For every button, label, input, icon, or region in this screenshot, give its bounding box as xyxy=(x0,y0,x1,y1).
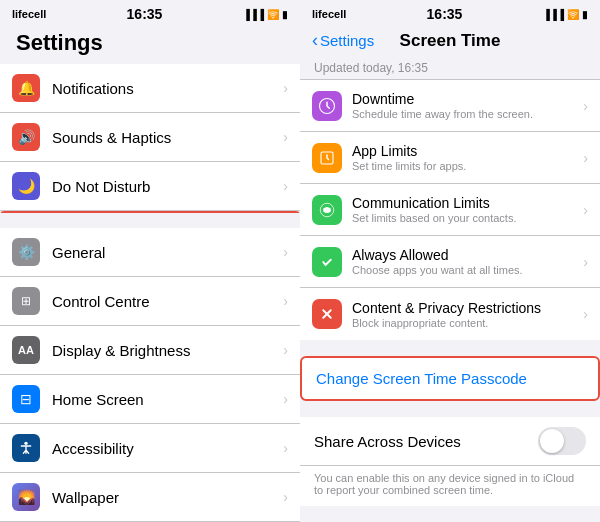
dnd-icon: 🌙 xyxy=(12,172,40,200)
contentprivacy-item[interactable]: Content & Privacy Restrictions Block ina… xyxy=(300,288,600,340)
right-wifi-icon: 🛜 xyxy=(567,9,579,20)
share-description: You can enable this on any device signed… xyxy=(300,466,600,506)
display-icon: AA xyxy=(12,336,40,364)
settings-item-sounds[interactable]: 🔊 Sounds & Haptics › xyxy=(0,113,300,162)
homescreen-icon: ⊟ xyxy=(12,385,40,413)
left-status-bar: lifecell 16:35 ▐▐▐ 🛜 ▮ xyxy=(0,0,300,26)
page-title: Settings xyxy=(0,26,300,64)
right-signal-icon: ▐▐▐ xyxy=(543,9,564,20)
left-carrier: lifecell xyxy=(12,8,46,20)
downtime-text: Downtime Schedule time away from the scr… xyxy=(352,91,583,120)
updated-bar: Updated today, 16:35 xyxy=(300,57,600,80)
notifications-chevron: › xyxy=(283,80,288,96)
settings-item-homescreen[interactable]: ⊟ Home Screen › xyxy=(0,375,300,424)
contentprivacy-subtitle: Block inappropriate content. xyxy=(352,317,583,329)
alwaysallowed-item[interactable]: Always Allowed Choose apps you want at a… xyxy=(300,236,600,288)
section-divider-1 xyxy=(0,213,300,228)
commlimits-title: Communication Limits xyxy=(352,195,583,211)
general-chevron: › xyxy=(283,244,288,260)
commlimits-chevron: › xyxy=(583,202,588,218)
left-time: 16:35 xyxy=(127,6,163,22)
settings-item-dnd[interactable]: 🌙 Do Not Disturb › xyxy=(0,162,300,211)
notifications-label: Notifications xyxy=(52,80,283,97)
settings-item-general[interactable]: ⚙️ General › xyxy=(0,228,300,277)
applimits-subtitle: Set time limits for apps. xyxy=(352,160,583,172)
back-label: Settings xyxy=(320,32,374,49)
screen-time-options-list: Downtime Schedule time away from the scr… xyxy=(300,80,600,340)
updated-text: Updated today, 16:35 xyxy=(314,61,428,75)
settings-item-display[interactable]: AA Display & Brightness › xyxy=(0,326,300,375)
share-devices-item[interactable]: Share Across Devices xyxy=(300,417,600,466)
downtime-chevron: › xyxy=(583,98,588,114)
applimits-icon xyxy=(312,143,342,173)
accessibility-icon xyxy=(12,434,40,462)
wallpaper-icon: 🌄 xyxy=(12,483,40,511)
contentprivacy-title: Content & Privacy Restrictions xyxy=(352,300,583,316)
commlimits-icon xyxy=(312,195,342,225)
applimits-title: App Limits xyxy=(352,143,583,159)
sounds-chevron: › xyxy=(283,129,288,145)
wallpaper-chevron: › xyxy=(283,489,288,505)
settings-item-wallpaper[interactable]: 🌄 Wallpaper › xyxy=(0,473,300,522)
homescreen-label: Home Screen xyxy=(52,391,283,408)
settings-item-control[interactable]: ⊞ Control Centre › xyxy=(0,277,300,326)
control-icon: ⊞ xyxy=(12,287,40,315)
accessibility-label: Accessibility xyxy=(52,440,283,457)
commlimits-item[interactable]: Communication Limits Set limits based on… xyxy=(300,184,600,236)
svg-point-7 xyxy=(320,255,334,269)
right-status-bar: lifecell 16:35 ▐▐▐ 🛜 ▮ xyxy=(300,0,600,26)
settings-item-notifications[interactable]: 🔔 Notifications › xyxy=(0,64,300,113)
display-label: Display & Brightness xyxy=(52,342,283,359)
display-chevron: › xyxy=(283,342,288,358)
contentprivacy-chevron: › xyxy=(583,306,588,322)
left-panel: lifecell 16:35 ▐▐▐ 🛜 ▮ Settings 🔔 Notifi… xyxy=(0,0,300,522)
right-scroll-area[interactable]: Updated today, 16:35 Downtime Schedule t… xyxy=(300,57,600,522)
screen-time-title: Screen Time xyxy=(400,31,501,51)
back-chevron-icon: ‹ xyxy=(312,30,318,51)
right-carrier: lifecell xyxy=(312,8,346,20)
alwaysallowed-subtitle: Choose apps you want at all times. xyxy=(352,264,583,276)
wifi-icon: 🛜 xyxy=(267,9,279,20)
dnd-chevron: › xyxy=(283,178,288,194)
settings-item-accessibility[interactable]: Accessibility › xyxy=(0,424,300,473)
settings-item-screentime[interactable]: Screen Time › xyxy=(0,211,300,213)
share-toggle[interactable] xyxy=(538,427,586,455)
divider-turnoff xyxy=(300,506,600,522)
downtime-subtitle: Schedule time away from the screen. xyxy=(352,108,583,120)
battery-icon: ▮ xyxy=(282,9,288,20)
alwaysallowed-chevron: › xyxy=(583,254,588,270)
applimits-item[interactable]: App Limits Set time limits for apps. › xyxy=(300,132,600,184)
share-label: Share Across Devices xyxy=(314,433,538,450)
dnd-label: Do Not Disturb xyxy=(52,178,283,195)
divider-share xyxy=(300,401,600,417)
right-battery-icon: ▮ xyxy=(582,9,588,20)
svg-point-3 xyxy=(24,442,27,445)
applimits-text: App Limits Set time limits for apps. xyxy=(352,143,583,172)
right-panel: lifecell 16:35 ▐▐▐ 🛜 ▮ ‹ Settings Screen… xyxy=(300,0,600,522)
change-passcode-button[interactable]: Change Screen Time Passcode xyxy=(302,358,598,399)
wallpaper-label: Wallpaper xyxy=(52,489,283,506)
homescreen-chevron: › xyxy=(283,391,288,407)
share-section: Share Across Devices You can enable this… xyxy=(300,417,600,506)
contentprivacy-text: Content & Privacy Restrictions Block ina… xyxy=(352,300,583,329)
back-button[interactable]: ‹ Settings xyxy=(312,30,374,51)
right-status-icons: ▐▐▐ 🛜 ▮ xyxy=(543,9,588,20)
sounds-icon: 🔊 xyxy=(12,123,40,151)
alwaysallowed-title: Always Allowed xyxy=(352,247,583,263)
general-label: General xyxy=(52,244,283,261)
signal-icon: ▐▐▐ xyxy=(243,9,264,20)
sounds-label: Sounds & Haptics xyxy=(52,129,283,146)
alwaysallowed-icon xyxy=(312,247,342,277)
applimits-chevron: › xyxy=(583,150,588,166)
control-label: Control Centre xyxy=(52,293,283,310)
divider-passcode xyxy=(300,340,600,356)
right-nav-header: ‹ Settings Screen Time xyxy=(300,26,600,57)
contentprivacy-icon xyxy=(312,299,342,329)
downtime-item[interactable]: Downtime Schedule time away from the scr… xyxy=(300,80,600,132)
commlimits-text: Communication Limits Set limits based on… xyxy=(352,195,583,224)
alwaysallowed-text: Always Allowed Choose apps you want at a… xyxy=(352,247,583,276)
settings-list-bottom: ⚙️ General › ⊞ Control Centre › AA Displ… xyxy=(0,228,300,522)
right-time: 16:35 xyxy=(427,6,463,22)
settings-list-top: 🔔 Notifications › 🔊 Sounds & Haptics › 🌙… xyxy=(0,64,300,213)
notifications-icon: 🔔 xyxy=(12,74,40,102)
